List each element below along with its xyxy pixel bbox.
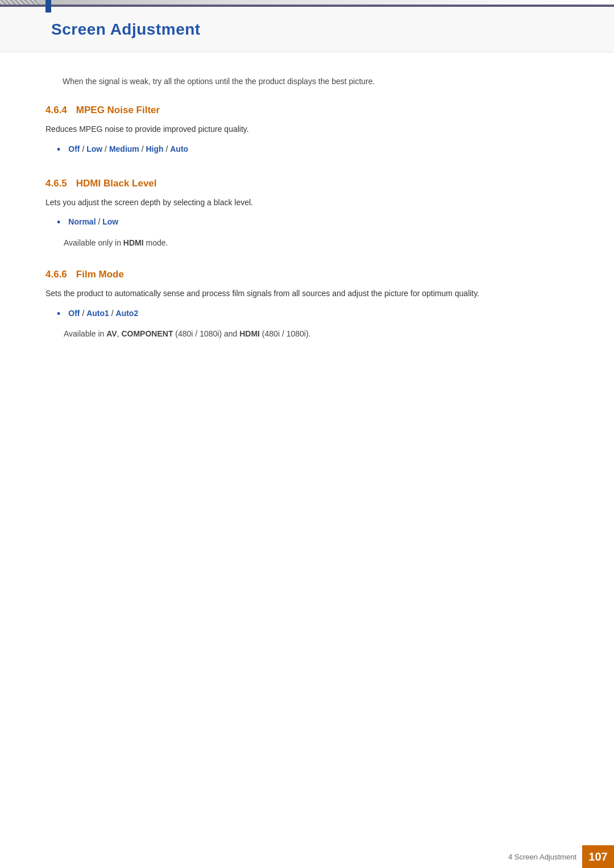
section-desc-4-6-6: Sets the product to automatically sense … [45,287,569,300]
option-normal: Normal [68,217,96,226]
section-4-6-5: 4.6.5 HDMI Black Level Lets you adjust t… [45,178,569,250]
section-number-4-6-4: 4.6.4 [45,105,67,116]
page-footer: 4 Screen Adjustment 107 [0,845,614,868]
option-medium: Medium [109,144,139,153]
option-item-4-6-5: • Normal / Low [57,215,569,231]
section-4-6-4: 4.6.4 MPEG Noise Filter Reduces MPEG noi… [45,105,569,157]
bullet-icon: • [57,214,60,231]
option-item-4-6-6: • Off / Auto1 / Auto2 [57,307,569,322]
section-desc-4-6-5: Lets you adjust the screen depth by sele… [45,196,569,209]
section-title-4-6-6: Film Mode [76,269,124,280]
option-text-4-6-6: Off / Auto1 / Auto2 [68,307,138,319]
option-high: High [146,144,163,153]
option-text-4-6-4: Off / Low / Medium / High / Auto [68,143,188,155]
option-off: Off [68,144,80,153]
section-heading-4-6-5: 4.6.5 HDMI Black Level [45,178,569,189]
hdmi-bold-2: HDMI [239,329,260,338]
option-low-2: Low [102,217,118,226]
page-number: 107 [582,845,614,868]
intro-note: When the signal is weak, try all the opt… [63,75,569,88]
option-text-4-6-5: Normal / Low [68,215,118,228]
section-number-4-6-6: 4.6.6 [45,269,67,280]
option-auto2: Auto2 [116,309,139,318]
av-bold: AV [106,329,117,338]
option-low: Low [86,144,102,153]
option-item-4-6-4: • Off / Low / Medium / High / Auto [57,143,569,158]
component-bold: COMPONENT [121,329,173,338]
bullet-icon: • [57,306,60,322]
option-off-2: Off [68,309,80,318]
section-title-4-6-4: MPEG Noise Filter [76,105,160,116]
option-list-4-6-5: • Normal / Low [57,215,569,231]
main-content: When the signal is weak, try all the opt… [0,52,614,406]
section-heading-4-6-4: 4.6.4 MPEG Noise Filter [45,105,569,116]
bullet-icon: • [57,142,60,158]
option-auto: Auto [170,144,188,153]
note-text-4-6-5: Available only in HDMI mode. [64,236,569,249]
option-auto1: Auto1 [86,309,109,318]
hdmi-bold-1: HDMI [123,238,144,247]
section-heading-4-6-6: 4.6.6 Film Mode [45,269,569,280]
footer-label: 4 Screen Adjustment [508,853,582,861]
section-desc-4-6-4: Reduces MPEG noise to provide improved p… [45,123,569,135]
section-4-6-6: 4.6.6 Film Mode Sets the product to auto… [45,269,569,340]
page-title: Screen Adjustment [51,20,580,39]
page-header: Screen Adjustment [0,7,614,52]
option-list-4-6-4: • Off / Low / Medium / High / Auto [57,143,569,158]
option-list-4-6-6: • Off / Auto1 / Auto2 [57,307,569,322]
section-number-4-6-5: 4.6.5 [45,178,67,189]
section-title-4-6-5: HDMI Black Level [76,178,157,189]
note-text-4-6-6: Available in AV, COMPONENT (480i / 1080i… [64,327,569,340]
